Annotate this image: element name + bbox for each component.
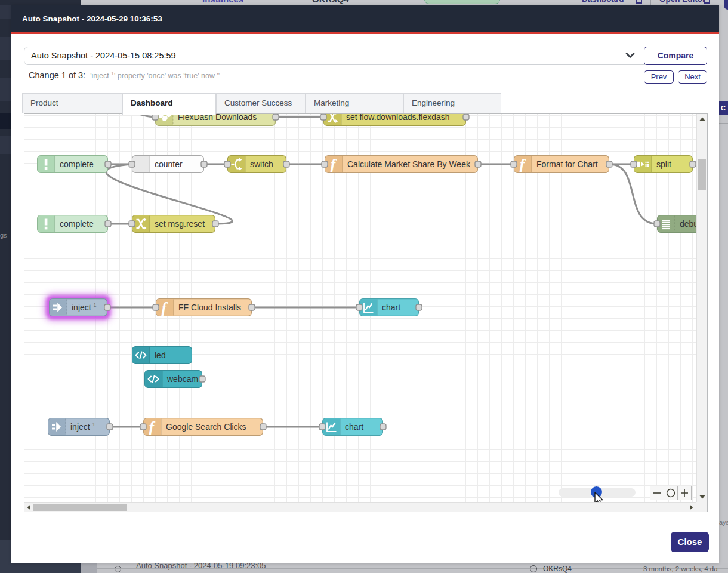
svg-text:Google Search Clicks: Google Search Clicks xyxy=(166,422,246,432)
svg-text:complete: complete xyxy=(60,159,94,169)
svg-text:inject 1: inject 1 xyxy=(70,421,95,432)
svg-text:FlexDash Downloads: FlexDash Downloads xyxy=(178,114,257,122)
svg-text:FF Cloud Installs: FF Cloud Installs xyxy=(178,303,241,312)
svg-text:counter: counter xyxy=(155,159,183,169)
svg-text:split: split xyxy=(656,159,671,169)
svg-text:Calculate Market Share By Week: Calculate Market Share By Week xyxy=(347,159,471,169)
svg-text:webcam: webcam xyxy=(166,374,198,384)
svg-text:set flow.downloads.flexdash: set flow.downloads.flexdash xyxy=(346,114,450,122)
svg-text:chart: chart xyxy=(382,303,400,312)
svg-text:inject 1: inject 1 xyxy=(72,302,97,312)
svg-text:chart: chart xyxy=(345,422,363,432)
svg-text:complete: complete xyxy=(60,219,94,229)
svg-text:led: led xyxy=(155,350,166,360)
svg-text:debug: debug xyxy=(680,219,696,229)
svg-text:Format for Chart: Format for Chart xyxy=(536,159,598,169)
svg-text:switch: switch xyxy=(250,159,273,169)
svg-text:set msg.reset: set msg.reset xyxy=(155,219,205,229)
